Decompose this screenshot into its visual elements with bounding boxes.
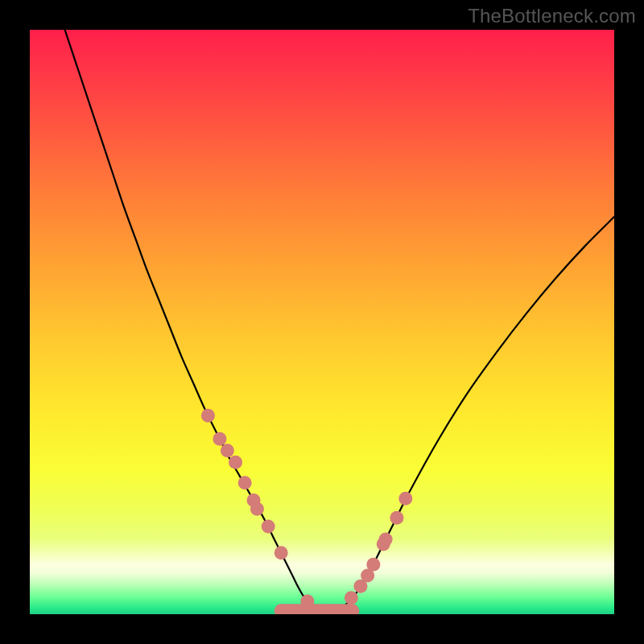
emphasis-marker [379,533,393,547]
plot-area [30,30,614,614]
emphasis-marker [398,492,412,506]
emphasis-marker [221,444,234,457]
emphasis-marker [213,432,226,446]
emphasis-marker [390,511,403,525]
emphasis-marker [238,476,252,489]
outer-black-frame: TheBottleneck.com [0,0,644,644]
emphasis-marker [275,546,288,559]
emphasis-marker [201,409,215,423]
watermark-text: TheBottleneck.com [468,5,636,27]
emphasis-marker [366,558,380,572]
emphasis-marker [345,591,358,605]
emphasis-marker [229,456,242,469]
bottleneck-curve [65,30,614,612]
emphasis-marker [250,502,264,516]
emphasis-marker [262,520,275,534]
chart-svg [30,30,614,614]
emphasis-marker [300,595,314,609]
